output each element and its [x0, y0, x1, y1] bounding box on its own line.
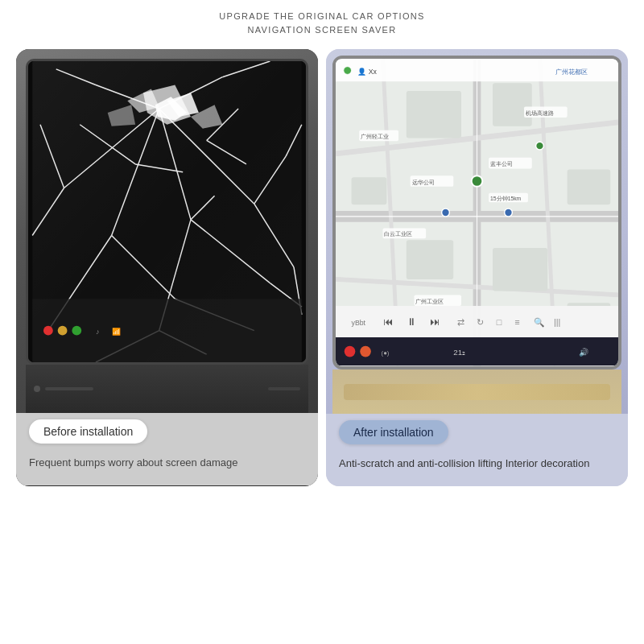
svg-text:⏸: ⏸ — [407, 316, 417, 328]
svg-text:蓝丰公司: 蓝丰公司 — [490, 161, 513, 167]
svg-text:远华公司: 远华公司 — [412, 180, 435, 185]
header-title: UPGRADE THE ORIGINAL CAR OPTIONS NAVIGAT… — [219, 10, 425, 36]
svg-rect-51 — [493, 83, 532, 126]
svg-text:≡: ≡ — [514, 317, 519, 327]
after-badge: After installation — [339, 420, 448, 444]
svg-text:21₂: 21₂ — [453, 348, 465, 357]
cracked-screen-frame: ♪ 📶 — [26, 59, 308, 365]
svg-text:广州花都区: 广州花都区 — [555, 68, 588, 76]
svg-text:|||: ||| — [554, 317, 560, 327]
svg-text:15分钟15km: 15分钟15km — [490, 196, 522, 201]
svg-text:白云工业区: 白云工业区 — [384, 231, 412, 237]
header-line1: UPGRADE THE ORIGINAL CAR OPTIONS — [219, 11, 425, 21]
svg-point-59 — [505, 208, 513, 217]
svg-text:👤 Xx: 👤 Xx — [357, 67, 377, 76]
after-description: Anti-scratch and anti-collision lifting … — [339, 456, 615, 472]
before-panel: ♪ 📶 Before installation Frequent bumps w… — [16, 49, 318, 486]
svg-text:↻: ↻ — [477, 317, 485, 327]
svg-point-88 — [345, 346, 356, 357]
svg-text:⏭: ⏭ — [430, 316, 440, 328]
svg-text:⏮: ⏮ — [383, 316, 394, 328]
svg-text:□: □ — [497, 317, 502, 327]
svg-rect-53 — [407, 240, 454, 279]
svg-point-38 — [72, 326, 81, 336]
svg-text:广州轻工业: 广州轻工业 — [361, 134, 389, 139]
svg-rect-50 — [407, 91, 461, 138]
page-header: UPGRADE THE ORIGINAL CAR OPTIONS NAVIGAT… — [203, 0, 441, 43]
svg-text:♪: ♪ — [96, 328, 99, 336]
working-screen-frame: 远华公司 蓝丰公司 广州轻工业 机场高速路 广州工业区 15分钟15km 白云工… — [332, 56, 621, 369]
svg-text:广州工业区: 广州工业区 — [415, 299, 444, 304]
comparison-container: ♪ 📶 Before installation Frequent bumps w… — [8, 49, 636, 486]
svg-point-37 — [58, 326, 68, 336]
svg-text:机场高速路: 机场高速路 — [526, 110, 554, 116]
svg-point-61 — [536, 142, 544, 150]
svg-point-94 — [344, 67, 352, 75]
svg-text:(●): (●) — [382, 349, 390, 357]
header-line2: NAVIGATION SCREEN SAVER — [248, 25, 397, 35]
svg-rect-87 — [336, 337, 618, 365]
svg-text:🔍: 🔍 — [534, 317, 545, 328]
before-description: Frequent bumps worry about screen damage — [29, 455, 305, 471]
after-description-area: Anti-scratch and anti-collision lifting … — [326, 448, 628, 486]
svg-point-36 — [43, 326, 53, 336]
svg-text:🔊: 🔊 — [579, 347, 589, 357]
svg-text:📶: 📶 — [112, 327, 122, 336]
svg-point-58 — [472, 175, 483, 187]
svg-rect-54 — [493, 248, 547, 291]
svg-text:⇄: ⇄ — [457, 317, 464, 327]
after-panel: 远华公司 蓝丰公司 广州轻工业 机场高速路 广州工业区 15分钟15km 白云工… — [326, 49, 628, 486]
svg-point-60 — [442, 208, 450, 217]
svg-point-89 — [360, 346, 371, 357]
before-description-area: Frequent bumps worry about screen damage — [16, 447, 318, 485]
before-badge: Before installation — [29, 419, 147, 444]
svg-rect-55 — [568, 169, 611, 204]
svg-rect-52 — [352, 177, 387, 204]
svg-text:yBbt: yBbt — [352, 319, 366, 327]
